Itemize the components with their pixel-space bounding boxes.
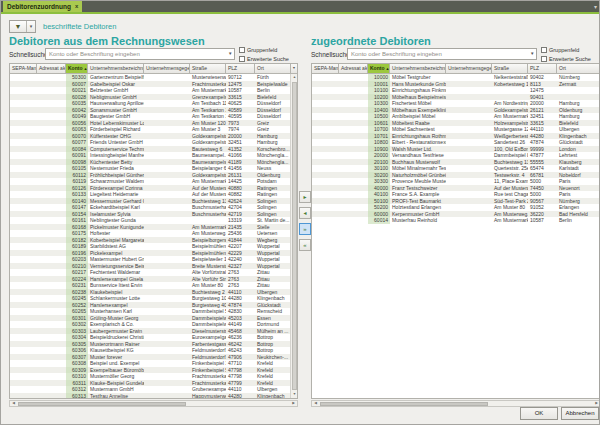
left-groupfield-label: Gruppenfeld bbox=[247, 47, 277, 53]
konto-cell: 60313 bbox=[66, 393, 88, 400]
scroll-left-icon[interactable]: ◀ bbox=[10, 401, 17, 406]
left-advanced-search-label: Erweiterte Suche bbox=[247, 56, 289, 62]
gegenstand-cell bbox=[144, 393, 190, 400]
cancel-button[interactable]: Abbrechen bbox=[561, 407, 599, 420]
column-header-adressat-aktiv[interactable]: Adressat aktiv bbox=[37, 64, 66, 74]
scrollbar-thumb[interactable] bbox=[292, 82, 297, 390]
left-groupfield-checkbox[interactable] bbox=[239, 47, 245, 53]
konto-cell: 60014 bbox=[368, 217, 390, 224]
plz-cell: 44280 bbox=[226, 393, 255, 400]
table-header-row: SEPA-MandatAdressat aktivKonto▲Unternehm… bbox=[10, 64, 297, 74]
left-quicksearch-label: Schnellsuche bbox=[9, 51, 48, 58]
filter-split-button[interactable]: ▼ ▾ bbox=[9, 20, 36, 33]
column-header-unternehmensgegenstand[interactable]: Unternehmensgegenstand bbox=[144, 64, 190, 74]
unassign-all-button[interactable]: « bbox=[299, 239, 311, 251]
column-header-unternehmensgegenstand[interactable]: Unternehmensgegenstand bbox=[446, 64, 492, 74]
assigned-debtors-table: SEPA-MandatAdressat aktivKonto▲Unternehm… bbox=[311, 63, 600, 399]
sort-ascending-icon: ▲ bbox=[385, 66, 389, 71]
funnel-icon[interactable]: ▼ bbox=[10, 21, 26, 32]
column-header-konto[interactable]: Konto▲ bbox=[368, 64, 390, 74]
unassign-button[interactable]: ◂ bbox=[299, 207, 311, 219]
right-search-chevron-icon[interactable]: ▼ bbox=[530, 51, 534, 56]
column-header-ort[interactable]: Ort bbox=[557, 64, 600, 74]
double-arrow-left-icon: « bbox=[303, 242, 306, 248]
column-header-plz[interactable]: PLZ bbox=[528, 64, 557, 74]
table-row[interactable]: 60014Musterfrau ReinholdAm Mustermark...… bbox=[312, 217, 600, 224]
scroll-right-icon[interactable]: ▶ bbox=[593, 401, 600, 406]
sepa-cell bbox=[10, 393, 37, 400]
tab-title: Debitorenzuordnung bbox=[7, 1, 71, 12]
column-header-stra-e[interactable]: Straße bbox=[190, 64, 226, 74]
right-groupfield-label: Gruppenfeld bbox=[549, 47, 579, 53]
table-body: 10000Möbel TestgruberNelkenteststraß...9… bbox=[312, 74, 600, 224]
filter-dropdown-icon[interactable]: ▾ bbox=[26, 21, 35, 32]
column-options-icon[interactable]: ▼ bbox=[290, 64, 297, 74]
scroll-right-icon[interactable]: ▶ bbox=[290, 401, 297, 406]
left-search-options: Gruppenfeld Erweiterte Suche bbox=[239, 45, 299, 63]
column-header-unternehmensbezeichnung[interactable]: Unternehmensbezeichnung bbox=[390, 64, 446, 74]
table-header-row: SEPA-MandatAdressat aktivKonto▲Unternehm… bbox=[312, 64, 600, 74]
tab-debitorenzuordnung[interactable]: Debitorenzuordnung x bbox=[3, 1, 82, 12]
right-quicksearch-label: Schnellsuche bbox=[311, 51, 350, 58]
strasse-cell: Happymusterwe... bbox=[190, 393, 226, 400]
tab-close-icon[interactable]: x bbox=[75, 1, 78, 12]
left-panel-title: Debitoren aus dem Rechnungswesen bbox=[9, 35, 205, 47]
scroll-down-icon[interactable]: ▼ bbox=[291, 391, 298, 398]
gegenstand-cell bbox=[446, 217, 492, 224]
sort-ascending-icon: ▲ bbox=[83, 66, 87, 71]
filter-current-label: beschriftete Debitoren bbox=[43, 22, 116, 31]
tab-list-chevron-icon[interactable]: ▾ bbox=[594, 2, 597, 12]
right-search-input[interactable] bbox=[347, 48, 537, 60]
scroll-up-icon[interactable]: ▲ bbox=[291, 74, 298, 81]
column-header-plz[interactable]: PLZ bbox=[226, 64, 255, 74]
plz-cell: 10587 bbox=[528, 217, 557, 224]
arrow-right-icon: ▸ bbox=[303, 194, 306, 200]
strasse-cell: Am Mustermark... bbox=[492, 217, 528, 224]
left-advanced-search-checkbox[interactable] bbox=[239, 56, 245, 62]
bezeichnung-cell: Testfrau Annelise bbox=[88, 393, 144, 400]
right-groupfield-checkbox[interactable] bbox=[541, 47, 547, 53]
assign-button[interactable]: ▸ bbox=[299, 191, 311, 203]
ort-cell: Berlin bbox=[557, 217, 600, 224]
table-body: 50300Gartenzentrum BeispielfurthMusterwi… bbox=[10, 74, 297, 399]
horizontal-scrollbar[interactable]: ◀ ▶ bbox=[311, 400, 600, 407]
right-advanced-search-checkbox[interactable] bbox=[541, 56, 547, 62]
column-header-stra-e[interactable]: Straße bbox=[492, 64, 528, 74]
vertical-scrollbar[interactable]: ▲ ▼ bbox=[290, 74, 297, 398]
right-panel-title: zugeordnete Debitoren bbox=[311, 35, 431, 47]
column-header-unternehmensbezeichnung[interactable]: Unternehmensbezeichnung bbox=[88, 64, 144, 74]
ok-button[interactable]: OK bbox=[520, 407, 558, 420]
double-arrow-right-icon: » bbox=[303, 226, 306, 232]
tab-bar-accent-line bbox=[1, 12, 600, 14]
adressat-cell bbox=[37, 393, 66, 400]
column-header-sepa-mandat[interactable]: SEPA-Mandat bbox=[10, 64, 37, 74]
horizontal-scrollbar[interactable]: ◀ ▶ bbox=[9, 400, 298, 407]
right-advanced-search-label: Erweiterte Suche bbox=[549, 56, 591, 62]
table-row[interactable]: 60313Testfrau AnneliseHappymusterwe...44… bbox=[10, 393, 297, 400]
left-search-chevron-icon[interactable]: ▼ bbox=[228, 51, 232, 56]
column-header-sepa-mandat[interactable]: SEPA-Mandat bbox=[312, 64, 339, 74]
scroll-left-icon[interactable]: ◀ bbox=[312, 401, 319, 406]
column-header-adressat-aktiv[interactable]: Adressat aktiv bbox=[339, 64, 368, 74]
tab-bar: Debitorenzuordnung x ▾ bbox=[1, 1, 600, 12]
left-search-input[interactable] bbox=[45, 48, 235, 60]
column-header-konto[interactable]: Konto▲ bbox=[66, 64, 88, 74]
adressat-cell bbox=[339, 217, 368, 224]
right-search-options: Gruppenfeld Erweiterte Suche bbox=[541, 45, 600, 63]
bezeichnung-cell: Musterfrau Reinhold bbox=[390, 217, 446, 224]
source-debtors-table: SEPA-MandatAdressat aktivKonto▲Unternehm… bbox=[9, 63, 298, 399]
arrow-left-icon: ◂ bbox=[303, 210, 306, 216]
sepa-cell bbox=[312, 217, 339, 224]
assign-all-button[interactable]: » bbox=[299, 223, 311, 235]
scrollbar-thumb[interactable] bbox=[320, 402, 488, 406]
scrollbar-thumb[interactable] bbox=[18, 402, 186, 406]
